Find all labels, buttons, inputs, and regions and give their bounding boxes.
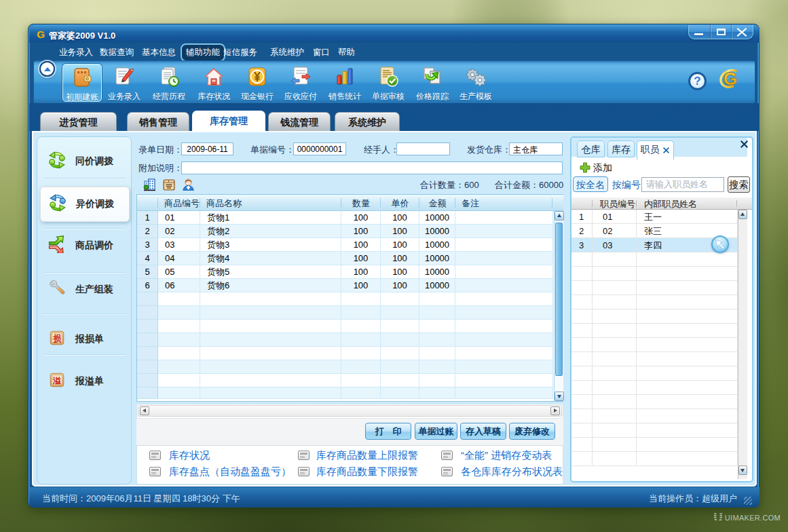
svg-text:G: G bbox=[37, 29, 45, 39]
svg-text:损: 损 bbox=[52, 334, 62, 343]
svg-text:溢: 溢 bbox=[52, 376, 62, 385]
